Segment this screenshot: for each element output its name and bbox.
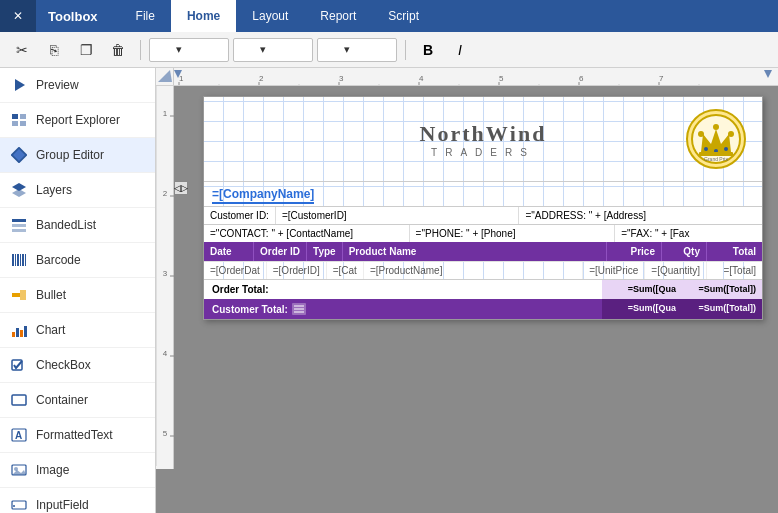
svg-text:4: 4 — [163, 349, 168, 358]
svg-text:3: 3 — [163, 269, 168, 278]
chart-icon — [10, 321, 28, 339]
svg-rect-14 — [17, 254, 19, 266]
sidebar-item-layers[interactable]: Layers — [0, 173, 155, 208]
sidebar-item-report-explorer[interactable]: Report Explorer — [0, 103, 155, 138]
report-explorer-icon — [10, 111, 28, 129]
td-total: =[Total] — [707, 262, 762, 279]
copy-button[interactable]: ⎘ — [40, 36, 68, 64]
svg-rect-9 — [12, 219, 26, 222]
customer-id-field: =[CustomerID] — [276, 207, 520, 224]
logo-name: NorthWind — [420, 121, 547, 147]
svg-rect-23 — [24, 326, 27, 337]
td-date: =[OrderDat — [204, 262, 267, 279]
svg-text:5: 5 — [163, 429, 168, 438]
svg-rect-25 — [12, 395, 26, 405]
svg-rect-22 — [20, 330, 23, 337]
table-header: Date Order ID Type Product Name Price Qt… — [204, 242, 762, 261]
sidebar-item-checkbox[interactable]: CheckBox — [0, 348, 155, 383]
phone-field: ="PHONE: " + [Phone] — [410, 225, 616, 242]
close-button[interactable]: ✕ — [0, 0, 36, 32]
close-icon: ✕ — [13, 9, 23, 23]
sidebar-item-label: Container — [36, 393, 88, 407]
order-total-qty: =Sum([Qua — [602, 280, 682, 299]
address-field: ="ADDRESS: " + [Address] — [519, 207, 762, 224]
svg-marker-30 — [12, 470, 26, 475]
sidebar-item-formattedtext[interactable]: A FormattedText — [0, 418, 155, 453]
sidebar-item-barcode[interactable]: Barcode — [0, 243, 155, 278]
sidebar-item-preview[interactable]: Preview — [0, 68, 155, 103]
logo-subtitle: TRADERS — [420, 147, 547, 158]
sidebar-item-label: Chart — [36, 323, 65, 337]
tab-layout[interactable]: Layout — [236, 0, 304, 32]
horizontal-ruler: 1 2 3 4 5 6 7 — [174, 68, 778, 85]
customer-id-label: Customer ID: — [204, 207, 276, 224]
sidebar-item-group-editor[interactable]: Group Editor — [0, 138, 155, 173]
svg-point-71 — [698, 131, 704, 137]
customer-total-value: =Sum([Total]) — [682, 299, 762, 319]
checkbox-icon — [10, 356, 28, 374]
svg-rect-4 — [20, 121, 26, 126]
separator-2 — [405, 40, 406, 60]
paste-button[interactable]: ❐ — [72, 36, 100, 64]
sidebar-item-bullet[interactable]: Bullet — [0, 278, 155, 313]
italic-button[interactable]: I — [446, 36, 474, 64]
customer-info-row1: Customer ID: =[CustomerID] ="ADDRESS: " … — [204, 206, 762, 224]
th-total: Total — [707, 242, 762, 261]
sidebar-item-chart[interactable]: Chart — [0, 313, 155, 348]
svg-rect-3 — [12, 121, 18, 126]
table-data-row-1: =[OrderDat =[OrderID] =[Cat =[ProductNam… — [204, 261, 762, 279]
th-orderid: Order ID — [254, 242, 307, 261]
td-product: =[ProductName] — [364, 262, 583, 279]
header-section: NorthWind TRADERS — [204, 97, 762, 181]
svg-text:1: 1 — [179, 74, 184, 83]
sidebar-item-label: Bullet — [36, 288, 66, 302]
bandedlist-icon — [10, 216, 28, 234]
tab-report[interactable]: Report — [304, 0, 372, 32]
svg-text:1: 1 — [163, 109, 168, 118]
company-logo-text: NorthWind TRADERS — [420, 121, 547, 158]
cut-button[interactable]: ✂ — [8, 36, 36, 64]
sidebar-item-image[interactable]: Image — [0, 453, 155, 488]
sidebar-item-label: Group Editor — [36, 148, 104, 162]
svg-point-73 — [728, 131, 734, 137]
toolbar: ✂ ⎘ ❐ 🗑 ▾ ▾ ▾ B I — [0, 32, 778, 68]
svg-point-72 — [713, 124, 719, 130]
bullet-icon — [10, 286, 28, 304]
td-qty: =[Quantity] — [645, 262, 707, 279]
sidebar-item-inputfield[interactable]: InputField — [0, 488, 155, 513]
order-total-label: Order Total: — [204, 280, 602, 299]
bold-button[interactable]: B — [414, 36, 442, 64]
svg-rect-1 — [12, 114, 18, 119]
ruler-top: 1 2 3 4 5 6 7 — [156, 68, 778, 86]
tab-script[interactable]: Script — [372, 0, 435, 32]
content-area[interactable]: 1 2 3 4 5 6 7 — [156, 68, 778, 513]
top-bar: ✕ Toolbox File Home Layout Report Script — [0, 0, 778, 32]
th-product: Product Name — [343, 242, 607, 261]
td-orderid: =[OrderID] — [267, 262, 327, 279]
group-editor-icon — [10, 146, 28, 164]
customer-total-qty: =Sum([Qua — [602, 299, 682, 319]
sidebar-item-label: Image — [36, 463, 69, 477]
font-family-dropdown[interactable]: ▾ — [149, 38, 229, 62]
company-field: =[CompanyName] — [212, 187, 314, 204]
sidebar-item-container[interactable]: Container — [0, 383, 155, 418]
tab-file[interactable]: File — [120, 0, 171, 32]
font-size-dropdown[interactable]: ▾ — [233, 38, 313, 62]
style-dropdown[interactable]: ▾ — [317, 38, 397, 62]
preview-icon — [10, 76, 28, 94]
report-canvas[interactable]: NorthWind TRADERS — [188, 86, 778, 469]
band-collapse-button[interactable]: ◁▷ — [174, 181, 188, 195]
sidebar-item-bandedlist[interactable]: BandedList — [0, 208, 155, 243]
svg-rect-21 — [16, 328, 19, 337]
svg-rect-16 — [22, 254, 24, 266]
td-cat: =[Cat — [327, 262, 364, 279]
svg-marker-0 — [15, 79, 25, 91]
svg-marker-33 — [158, 70, 172, 82]
svg-rect-18 — [12, 293, 20, 297]
delete-button[interactable]: 🗑 — [104, 36, 132, 64]
svg-text:2: 2 — [259, 74, 264, 83]
barcode-icon — [10, 251, 28, 269]
layers-icon — [10, 181, 28, 199]
svg-text:7: 7 — [659, 74, 664, 83]
tab-home[interactable]: Home — [171, 0, 236, 32]
